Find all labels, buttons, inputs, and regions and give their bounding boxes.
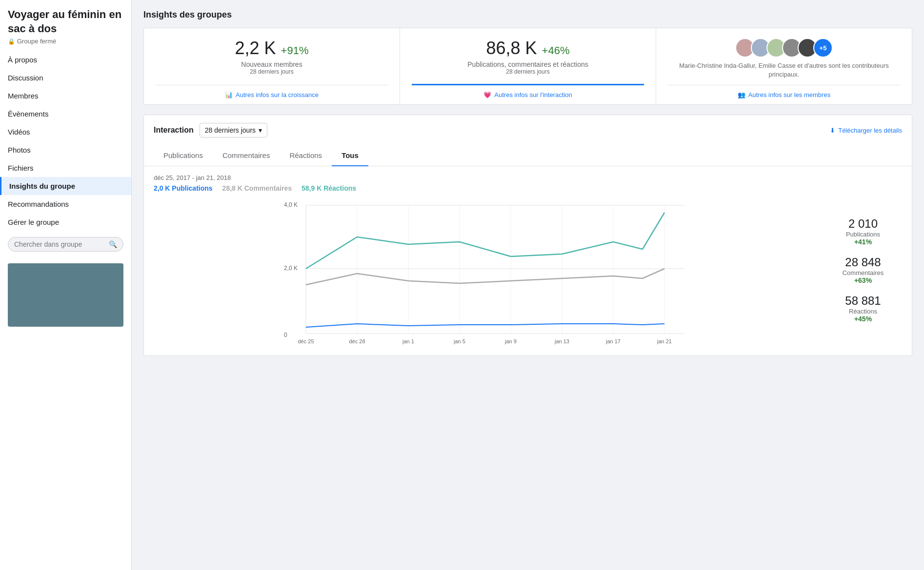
sidebar-item-discussion[interactable]: Discussion [0,69,131,87]
chart-area: déc 25, 2017 - jan 21, 2018 2,0 K Public… [144,166,912,355]
svg-text:jan 17: jan 17 [605,338,621,344]
sidebar-nav: À propos Discussion Membres Évènements V… [0,51,131,231]
svg-text:jan 9: jan 9 [504,338,517,344]
card-contributeurs: +5 Marie-Christine Inda-Gallur, Emilie C… [656,28,912,104]
legend-commentaires: 28,8 K Commentaires [222,184,292,192]
members-icon: 👥 [738,91,745,98]
interaction-link[interactable]: 💗 Autres infos sur l'interaction [412,84,644,104]
chart-tabs: Publications Commentaires Réactions Tous [144,145,912,166]
interaction-value: 86,8 K +46% [486,38,570,58]
interaction-change: +46% [542,44,570,57]
stat-publications-label: Publications [824,231,902,238]
sidebar-item-membres[interactable]: Membres [0,87,131,105]
interaction-label: Publications, commentaires et réactions [412,60,644,68]
group-type: 🔒 Groupe fermé [0,38,131,51]
page-title: Insights des groupes [143,10,912,20]
interaction-title: Interaction [154,126,194,135]
membres-link[interactable]: 📊 Autres infos sur la croissance [156,85,388,104]
membres-change: +91% [281,44,309,57]
interaction-section: Interaction 28 derniers jours ▾ ⬇ Téléch… [143,115,912,356]
stat-commentaires-number: 28 848 [824,256,902,269]
svg-text:jan 21: jan 21 [657,338,672,344]
svg-text:4,0 K: 4,0 K [284,201,298,208]
chart-legend: 2,0 K Publications 28,8 K Commentaires 5… [154,184,814,192]
commentaires-line [306,269,664,285]
sidebar: Voyager au féminin en sac à dos 🔒 Groupe… [0,0,132,570]
members-avatars: +5 [668,38,900,58]
interaction-title-area: Interaction 28 derniers jours ▾ [154,123,267,138]
stat-reactions-label: Réactions [824,308,902,315]
svg-text:jan 5: jan 5 [453,338,465,344]
period-dropdown[interactable]: 28 derniers jours ▾ [200,123,267,138]
membres-label: Nouveaux membres [156,60,388,68]
group-cover-image [8,263,123,327]
sidebar-item-videos[interactable]: Vidéos [0,123,131,141]
stat-publications-number: 2 010 [824,217,902,231]
chart-svg-container: 4,0 K 2,0 K 0 [154,198,814,346]
stat-reactions: 58 881 Réactions +45% [824,294,902,323]
download-icon: ⬇ [830,127,835,134]
membres-sublabel: 28 derniers jours [156,68,388,75]
card-membres: 2,2 K +91% Nouveaux membres 28 derniers … [144,28,400,104]
sidebar-item-gerer[interactable]: Gérer le groupe [0,213,131,231]
sidebar-item-apropos[interactable]: À propos [0,51,131,69]
tab-tous[interactable]: Tous [332,145,368,166]
stat-publications-change: +41% [824,238,902,246]
group-title: Voyager au féminin en sac à dos [0,8,131,38]
chart-date-range: déc 25, 2017 - jan 21, 2018 [154,174,814,181]
publications-line [306,324,664,327]
svg-text:0: 0 [284,332,287,338]
membres-value: 2,2 K +91% [235,38,309,58]
stat-commentaires-label: Commentaires [824,269,902,276]
chevron-down-icon: ▾ [259,126,262,134]
reactions-line [306,213,664,269]
download-link[interactable]: ⬇ Télécharger les détails [830,127,902,134]
interaction-sublabel: 28 derniers jours [412,68,644,75]
avatar-more: +5 [813,38,833,58]
sidebar-item-photos[interactable]: Photos [0,141,131,159]
heart-icon: 💗 [483,91,491,98]
svg-text:déc 28: déc 28 [349,338,365,344]
tab-commentaires[interactable]: Commentaires [213,145,280,166]
tab-publications[interactable]: Publications [154,145,213,166]
main-content: Insights des groupes 2,2 K +91% Nouveaux… [132,0,924,570]
svg-text:jan 1: jan 1 [402,338,414,344]
insights-cards: 2,2 K +91% Nouveaux membres 28 derniers … [143,28,912,105]
stat-publications: 2 010 Publications +41% [824,217,902,246]
tab-reactions[interactable]: Réactions [280,145,332,166]
card-interaction: 86,8 K +46% Publications, commentaires e… [400,28,656,104]
chart-left: déc 25, 2017 - jan 21, 2018 2,0 K Public… [154,174,814,346]
search-input[interactable] [14,240,109,248]
search-icon: 🔍 [109,240,117,248]
stat-commentaires-change: +63% [824,276,902,284]
sidebar-item-evenements[interactable]: Évènements [0,105,131,123]
legend-reactions: 58,9 K Réactions [301,184,356,192]
bar-chart-icon: 📊 [225,91,233,98]
sidebar-search-container: 🔍 [8,237,123,252]
membres-link2[interactable]: 👥 Autres infos sur les membres [668,85,900,104]
svg-text:jan 13: jan 13 [554,338,569,344]
stat-reactions-number: 58 881 [824,294,902,308]
lock-icon: 🔒 [8,38,15,45]
stat-reactions-change: +45% [824,315,902,323]
sidebar-item-insights[interactable]: Insights du groupe [0,177,131,195]
sidebar-item-fichiers[interactable]: Fichiers [0,159,131,177]
legend-publications: 2,0 K Publications [154,184,213,192]
interaction-header: Interaction 28 derniers jours ▾ ⬇ Téléch… [144,115,912,145]
sidebar-item-recommandations[interactable]: Recommandations [0,195,131,213]
stat-commentaires: 28 848 Commentaires +63% [824,256,902,284]
chart-stats: 2 010 Publications +41% 28 848 Commentai… [824,174,902,346]
contributeurs-text: Marie-Christine Inda-Gallur, Emilie Cass… [668,61,900,79]
svg-text:2,0 K: 2,0 K [284,265,298,272]
period-label: 28 derniers jours [205,126,256,134]
svg-text:déc 25: déc 25 [298,338,314,344]
chart-svg: 4,0 K 2,0 K 0 [154,198,814,344]
